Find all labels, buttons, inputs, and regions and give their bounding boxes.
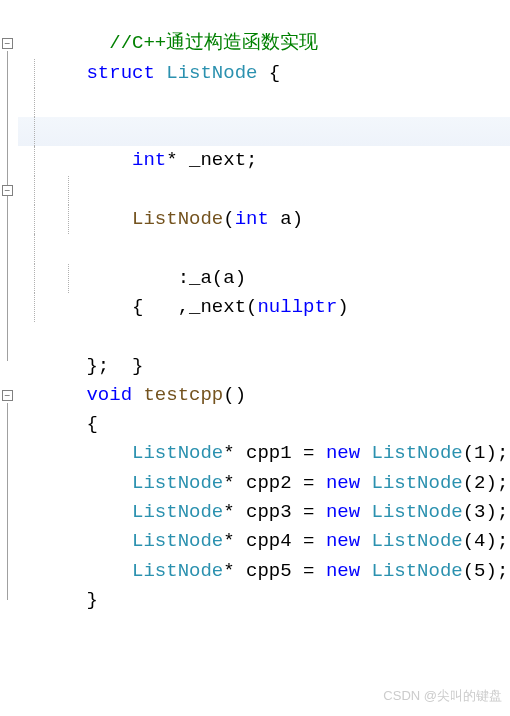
code-line[interactable]: void testcpp(): [18, 352, 510, 381]
fold-gutter: − − −: [0, 0, 18, 716]
watermark: CSDN @尖叫的键盘: [383, 681, 502, 710]
code-line[interactable]: ListNode* cpp4 = new ListNode(4);: [18, 498, 510, 527]
code-line[interactable]: ListNode* cpp3 = new ListNode(3);: [18, 469, 510, 498]
code-line[interactable]: ,_next(nullptr): [18, 205, 510, 234]
code-line[interactable]: };: [18, 322, 510, 351]
code-line[interactable]: ListNode(int a): [18, 146, 510, 175]
code-line[interactable]: }: [18, 557, 510, 586]
code-line[interactable]: }: [18, 293, 510, 322]
code-line[interactable]: [18, 264, 510, 293]
code-line[interactable]: :_a(a): [18, 176, 510, 205]
fold-line: [7, 403, 8, 600]
code-editor[interactable]: − − − //C++通过构造函数实现 struct ListNode { in…: [0, 0, 510, 716]
brace-close: }: [86, 589, 97, 611]
code-line[interactable]: ListNode* cpp1 = new ListNode(1);: [18, 410, 510, 439]
code-line[interactable]: {: [18, 234, 510, 263]
fold-line: [7, 51, 8, 361]
code-line[interactable]: ListNode* cpp2 = new ListNode(2);: [18, 439, 510, 468]
code-line-active[interactable]: [18, 117, 510, 146]
code-line[interactable]: ListNode* cpp5 = new ListNode(5);: [18, 527, 510, 556]
fold-toggle[interactable]: −: [2, 185, 13, 196]
code-line[interactable]: {: [18, 381, 510, 410]
code-area[interactable]: //C++通过构造函数实现 struct ListNode { int _a; …: [18, 0, 510, 586]
code-line[interactable]: int* _next;: [18, 88, 510, 117]
code-line[interactable]: int _a;: [18, 59, 510, 88]
fold-toggle[interactable]: −: [2, 38, 13, 49]
code-line[interactable]: struct ListNode {: [18, 29, 510, 58]
code-line[interactable]: //C++通过构造函数实现: [18, 0, 510, 29]
fold-toggle[interactable]: −: [2, 390, 13, 401]
